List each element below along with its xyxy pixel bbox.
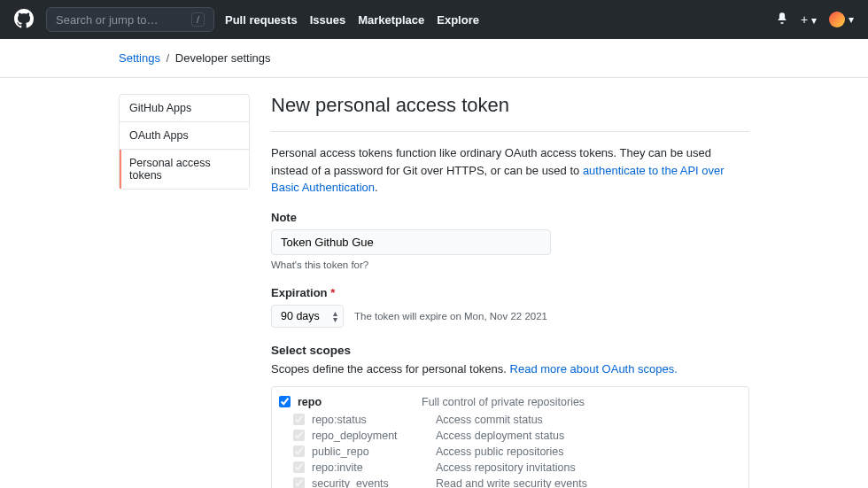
scope-label: repo_deployment [312,430,436,442]
scope-desc: Access commit status [436,414,543,426]
scope-label: repo [298,396,422,408]
expiration-select[interactable]: 90 days [271,305,344,328]
scope-label: public_repo [312,445,436,458]
nav-issues[interactable]: Issues [310,13,345,27]
note-field[interactable] [271,229,551,255]
user-avatar-dropdown[interactable]: ▾ [829,12,854,27]
scope-desc: Read and write security events [436,477,587,489]
scope-desc: Access repository invitations [436,461,576,474]
page-title: New personal access token [271,94,749,117]
nav-marketplace[interactable]: Marketplace [358,13,424,27]
github-logo-icon[interactable] [14,9,34,31]
scope-label: repo:status [312,414,436,426]
scope-child-row: public_repoAccess public repositories [279,444,748,460]
scopes-heading: Select scopes [271,344,749,357]
title-divider [271,131,749,132]
create-dropdown[interactable]: + ▾ [801,12,817,27]
search-slash-hint: / [191,12,205,27]
notifications-icon[interactable] [776,12,788,27]
search-input[interactable] [56,13,191,27]
scope-parent-row: repoFull control of private repositories [279,394,748,412]
scopes-learn-more-link[interactable]: Read more about OAuth scopes. [510,362,678,376]
scope-checkbox [293,430,305,441]
scope-child-row: repo:inviteAccess repository invitations [279,460,748,476]
expiration-label: Expiration * [271,286,749,299]
note-help-text: What's this token for? [271,259,749,270]
scope-checkbox [293,445,305,457]
scope-desc: Access public repositories [436,445,564,458]
nav-pull-requests[interactable]: Pull requests [225,13,298,27]
scope-label: repo:invite [312,461,436,474]
scopes-description: Scopes define the access for personal to… [271,362,749,376]
scopes-container: repoFull control of private repositories… [271,386,749,489]
sidenav-github-apps[interactable]: GitHub Apps [120,95,249,122]
breadcrumb: Settings / Developer settings [0,39,868,78]
breadcrumb-settings[interactable]: Settings [119,51,160,65]
global-search[interactable]: / [46,7,214,32]
scope-checkbox [293,414,305,425]
scope-checkbox [293,477,305,488]
global-header: / Pull requests Issues Marketplace Explo… [0,0,868,39]
scope-child-row: repo:statusAccess commit status [279,412,748,428]
intro-paragraph: Personal access tokens function like ord… [271,144,749,197]
global-nav: Pull requests Issues Marketplace Explore [225,13,479,27]
scope-checkbox[interactable] [279,396,291,407]
scope-desc: Full control of private repositories [422,396,585,408]
note-label: Note [271,211,749,224]
nav-explore[interactable]: Explore [437,13,479,27]
scope-group: repoFull control of private repositories… [272,387,748,489]
breadcrumb-separator: / [167,51,170,65]
sidenav-oauth-apps[interactable]: OAuth Apps [120,122,249,150]
scope-label: security_events [312,477,436,489]
settings-sidenav: GitHub Apps OAuth Apps Personal access t… [119,94,250,190]
scope-checkbox [293,461,305,473]
sidenav-personal-access-tokens[interactable]: Personal access tokens [120,150,249,189]
breadcrumb-current: Developer settings [175,51,271,65]
header-right: + ▾ ▾ [776,12,854,27]
scope-desc: Access deployment status [436,430,564,442]
scope-child-row: security_eventsRead and write security e… [279,476,748,489]
scope-child-row: repo_deploymentAccess deployment status [279,428,748,444]
avatar-icon [829,12,845,27]
expiration-hint: The token will expire on Mon, Nov 22 202… [354,311,547,321]
main-content: New personal access token Personal acces… [271,94,749,488]
